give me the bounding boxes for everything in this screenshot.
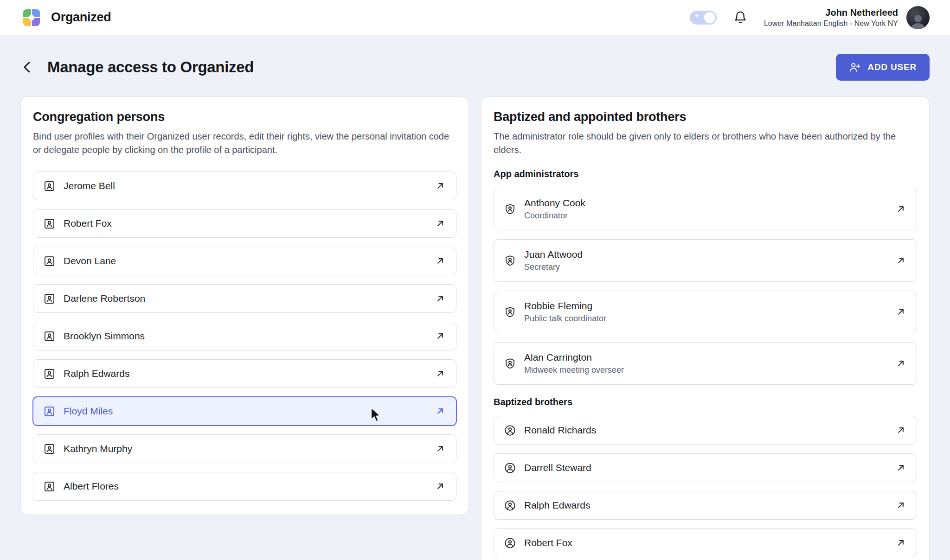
user-block: John Netherleed Lower Manhattan English … — [764, 6, 930, 29]
person-row[interactable]: Kathryn Murphy — [33, 434, 456, 463]
baptized-row[interactable]: Ralph Edwards — [494, 491, 917, 520]
open-profile-arrow-icon[interactable] — [434, 368, 446, 380]
person-name: Jerome Bell — [64, 180, 115, 191]
contact-card-icon — [43, 255, 56, 267]
bell-icon — [733, 11, 747, 25]
member-name: Juan Attwood — [524, 249, 583, 260]
open-profile-arrow-icon[interactable] — [895, 255, 907, 267]
person-row[interactable]: Devon Lane — [33, 247, 456, 275]
contact-card-icon — [43, 180, 56, 192]
open-profile-arrow-icon[interactable] — [434, 330, 446, 342]
avatar[interactable] — [906, 6, 930, 29]
baptized-row[interactable]: Darrell Steward — [494, 453, 917, 482]
contact-card-icon — [43, 368, 56, 380]
baptized-list: Ronald Richards Darrell Steward Ralph Ed… — [494, 416, 917, 557]
baptized-row[interactable]: Robert Fox — [494, 528, 917, 557]
admin-list: Anthony Cook Coordinator Juan Attwood Se… — [494, 188, 917, 385]
add-user-button[interactable]: ADD USER — [836, 54, 930, 81]
person-name: Ralph Edwards — [64, 368, 129, 379]
open-profile-arrow-icon[interactable] — [895, 424, 907, 436]
person-row[interactable]: Albert Flores — [33, 472, 456, 501]
open-profile-arrow-icon[interactable] — [434, 293, 446, 305]
brand: Organized — [20, 6, 111, 29]
card-description: The administrator role should be given o… — [494, 130, 917, 157]
chevron-left-icon — [20, 60, 34, 74]
add-user-icon — [849, 61, 861, 73]
shield-person-icon — [504, 306, 516, 318]
member-name: Robbie Fleming — [524, 300, 606, 312]
person-row[interactable]: Robert Fox — [33, 209, 456, 238]
open-profile-arrow-icon[interactable] — [434, 443, 446, 455]
theme-toggle[interactable]: ✦ — [690, 11, 717, 25]
member-texts: Robbie Fleming Public talk coordinator — [524, 300, 606, 324]
open-profile-arrow-icon[interactable] — [895, 499, 907, 511]
admin-row[interactable]: Anthony Cook Coordinator — [494, 188, 917, 230]
person-row[interactable]: Ralph Edwards — [33, 359, 456, 388]
person-row-selected[interactable]: Floyd Miles — [33, 397, 456, 426]
notifications-button[interactable] — [733, 11, 747, 25]
app-name: Organized — [51, 10, 111, 25]
admin-row[interactable]: Robbie Fleming Public talk coordinator — [494, 291, 917, 333]
admin-row[interactable]: Alan Carrington Midweek meeting overseer — [494, 342, 917, 385]
open-profile-arrow-icon[interactable] — [434, 480, 446, 492]
person-name: Floyd Miles — [64, 406, 113, 417]
member-role: Secretary — [524, 262, 583, 272]
open-profile-arrow-icon[interactable] — [434, 255, 446, 267]
person-row[interactable]: Darlene Robertson — [33, 284, 456, 313]
contact-card-icon — [43, 293, 56, 305]
member-texts: Alan Carrington Midweek meeting overseer — [524, 352, 624, 375]
app-header: Organized ✦ John Netherleed Lower Manhat… — [0, 0, 950, 35]
open-profile-arrow-icon[interactable] — [895, 203, 907, 215]
contact-card-icon — [43, 405, 56, 418]
person-name: Brooklyn Simmons — [64, 331, 145, 342]
member-name: Robert Fox — [524, 537, 572, 548]
contact-card-icon — [43, 480, 56, 493]
circle-person-icon — [504, 424, 516, 437]
person-row[interactable]: Brooklyn Simmons — [33, 322, 456, 350]
baptized-brothers-card: Baptized and appointed brothers The admi… — [481, 96, 930, 560]
shield-person-icon — [504, 357, 516, 370]
user-congregation: Lower Manhattan English - New York NY — [764, 19, 898, 28]
contact-card-icon — [43, 443, 56, 455]
user-name: John Netherleed — [764, 7, 898, 18]
member-role: Public talk coordinator — [524, 314, 606, 324]
open-profile-arrow-icon[interactable] — [434, 405, 446, 417]
open-profile-arrow-icon[interactable] — [434, 217, 446, 229]
member-name: Ralph Edwards — [524, 500, 590, 511]
open-profile-arrow-icon[interactable] — [895, 357, 907, 369]
contact-card-icon — [43, 217, 56, 230]
person-name: Darlene Robertson — [64, 293, 145, 304]
avatar-silhouette-icon — [909, 13, 927, 29]
admin-row[interactable]: Juan Attwood Secretary — [494, 239, 917, 282]
member-role: Midweek meeting overseer — [524, 365, 624, 375]
header-right: ✦ John Netherleed Lower Manhattan Englis… — [690, 6, 930, 29]
user-texts: John Netherleed Lower Manhattan English … — [764, 7, 898, 28]
section-title-app-administrators: App administrators — [494, 169, 917, 179]
card-description: Bind user profiles with their Organized … — [33, 130, 456, 157]
page-header: Manage access to Organized ADD USER — [0, 35, 950, 96]
open-profile-arrow-icon[interactable] — [434, 180, 446, 192]
person-name: Robert Fox — [64, 218, 112, 229]
person-row[interactable]: Jerome Bell — [33, 172, 456, 200]
circle-person-icon — [504, 462, 516, 474]
member-texts: Anthony Cook Coordinator — [524, 197, 585, 221]
open-profile-arrow-icon[interactable] — [895, 462, 907, 474]
main-content: Congregation persons Bind user profiles … — [0, 96, 950, 560]
person-name: Albert Flores — [64, 481, 119, 492]
circle-person-icon — [504, 499, 516, 512]
back-button[interactable] — [20, 60, 34, 74]
person-name: Devon Lane — [64, 255, 116, 267]
person-list: Jerome Bell Robert Fox Devon Lane Darlen… — [33, 172, 456, 501]
open-profile-arrow-icon[interactable] — [895, 306, 907, 318]
member-role: Coordinator — [524, 211, 585, 221]
sparkle-icon: ✦ — [694, 13, 700, 19]
app-logo-icon — [20, 6, 43, 29]
section-title-baptized-brothers: Baptized brothers — [494, 397, 917, 407]
open-profile-arrow-icon[interactable] — [895, 537, 907, 549]
baptized-row[interactable]: Ronald Richards — [494, 416, 917, 445]
page-title: Manage access to Organized — [47, 58, 254, 76]
member-texts: Juan Attwood Secretary — [524, 249, 583, 272]
contact-card-icon — [43, 330, 56, 343]
congregation-persons-card: Congregation persons Bind user profiles … — [20, 96, 469, 515]
add-user-label: ADD USER — [867, 62, 917, 72]
